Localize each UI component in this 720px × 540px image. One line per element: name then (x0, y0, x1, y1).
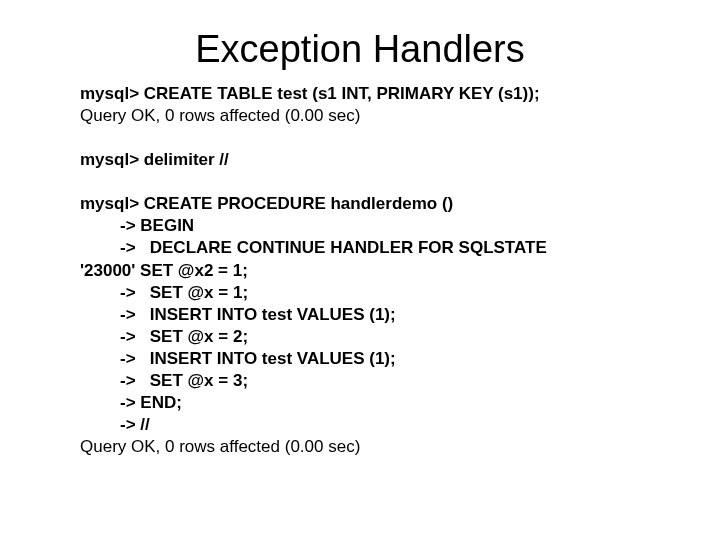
code-line: '23000' SET @x2 = 1; (80, 260, 640, 282)
code-line: -> BEGIN (80, 215, 640, 237)
code-line: -> DECLARE CONTINUE HANDLER FOR SQLSTATE (80, 237, 640, 259)
code-line: mysql> CREATE PROCEDURE handlerdemo () (80, 193, 640, 215)
blank-line (80, 127, 640, 149)
code-line: -> INSERT INTO test VALUES (1); (80, 348, 640, 370)
code-block: mysql> CREATE TABLE test (s1 INT, PRIMAR… (80, 83, 640, 458)
code-line: Query OK, 0 rows affected (0.00 sec) (80, 105, 640, 127)
blank-line (80, 171, 640, 193)
code-line: -> SET @x = 1; (80, 282, 640, 304)
code-line: mysql> CREATE TABLE test (s1 INT, PRIMAR… (80, 83, 640, 105)
code-line: -> END; (80, 392, 640, 414)
code-line: -> INSERT INTO test VALUES (1); (80, 304, 640, 326)
code-line: -> // (80, 414, 640, 436)
code-line: mysql> delimiter // (80, 149, 640, 171)
code-line: Query OK, 0 rows affected (0.00 sec) (80, 436, 640, 458)
code-line: -> SET @x = 3; (80, 370, 640, 392)
slide-title: Exception Handlers (80, 28, 640, 71)
code-line: -> SET @x = 2; (80, 326, 640, 348)
